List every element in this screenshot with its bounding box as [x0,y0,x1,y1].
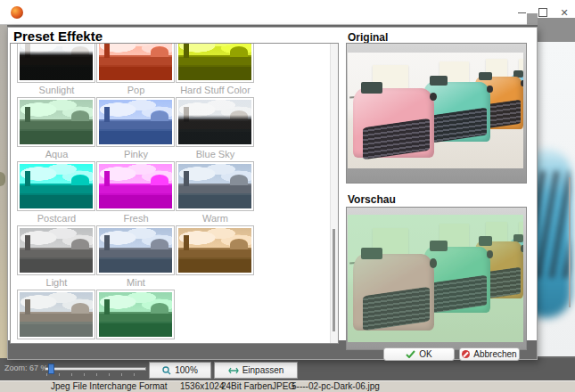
fit-arrows-icon [228,366,239,375]
preset-tint-overlay [178,43,251,80]
preset-scrollbar[interactable] [330,44,338,343]
preset-thumbnail[interactable] [17,43,95,83]
preset-thumbnail[interactable] [176,97,254,147]
preset-tint-overlay [20,292,93,337]
preset-label: Fresh [96,212,176,225]
ok-button[interactable]: OK [383,347,455,361]
preview-image [348,215,523,342]
status-dimensions: 1536x1024 [180,381,225,392]
preset-thumbnail[interactable] [96,97,175,147]
cancel-button[interactable]: Abbrechen [459,347,520,361]
preset-thumbnail[interactable] [96,161,175,211]
window-edge-decoration [527,13,538,25]
preset-label: Postcard [17,212,96,225]
app-logo-icon [11,6,23,19]
preset-tint-overlay [99,100,172,144]
close-icon: ✕ [560,8,568,18]
maximize-icon [538,8,547,17]
preset-row [17,43,255,83]
preset-tint-overlay [178,228,251,273]
canvas-peek [538,42,575,356]
background-editor-canvas [538,18,575,356]
zoom-slider-ticks [46,373,146,376]
preset-row [17,225,255,275]
bottom-toolbar: Zoom: 67 % 100% Einpassen [0,358,575,380]
preset-label-row: Postcard Fresh Warm [17,212,255,225]
preset-thumbnail[interactable] [96,290,175,339]
cancel-label: Abbrechen [473,349,516,359]
original-frame [346,43,527,184]
preset-label: Warm [176,212,255,225]
preset-label-row: Light Mint [17,276,255,290]
preset-label-row: Sunlight Pop Hard Stuff Color [17,84,255,97]
zoom-level-label: Zoom: 67 % [4,363,48,372]
preset-scrollbar-thumb[interactable] [333,229,335,331]
preset-tint-overlay [99,164,172,208]
preset-thumbnail[interactable] [17,97,95,147]
preset-grid: Sunlight Pop Hard Stuff Color Aqua Pinky… [17,43,255,340]
preset-row [17,97,255,147]
preset-tint-overlay [20,43,93,80]
fit-to-window-button[interactable]: Einpassen [214,362,298,379]
preset-thumbnail[interactable] [176,161,254,211]
preset-thumbnail[interactable] [176,43,254,83]
status-file-format: Jpeg File Interchange Format [51,381,168,392]
preset-label: Pop [96,84,176,97]
background-toolbar-strip [538,18,575,42]
preset-tint-overlay [178,100,251,144]
mint-effect-wash [348,215,523,342]
preset-list-panel: Sunlight Pop Hard Stuff Color Aqua Pinky… [10,43,339,344]
minimize-icon [518,12,526,13]
blurred-keys [538,171,570,278]
preset-thumbnail[interactable] [17,161,95,211]
preset-label: Pinky [96,148,176,161]
background-left-edge [0,25,7,358]
preset-thumbnail[interactable] [17,225,95,275]
status-color-depth: 24Bit Farben [221,381,272,392]
preview-frame [346,207,527,350]
preset-label: Aqua [17,148,96,161]
original-image [348,53,523,168]
preset-label: Mint [96,276,176,290]
preset-label-row: Aqua Pinky Blue Sky [17,148,255,161]
zoom-100-button[interactable]: 100% [149,362,211,379]
preset-thumbnail[interactable] [96,225,175,275]
preset-row [17,161,255,211]
preset-tint-overlay [20,100,93,144]
cancel-icon [462,350,470,358]
app-window: ✕ Zoom: 67 % 100% Einpassen Jpeg File In… [0,0,575,392]
preset-tint-overlay [20,164,93,208]
check-icon [406,350,415,358]
preset-effects-dialog: Preset Effekte Sunlight Pop Hard Stuff C… [7,27,538,360]
zoom-slider-thumb[interactable] [48,363,54,374]
original-label: Original [348,31,388,44]
preset-row [17,290,255,339]
preset-label: Sunlight [17,84,96,97]
left-edge-tab [0,172,5,186]
preset-tint-overlay [99,228,172,273]
preset-tint-overlay [178,164,251,208]
status-filename: 5----02-pc-Dark-06.jpg [292,381,380,392]
zoom-slider-track[interactable] [45,367,146,371]
preset-label: Light [17,276,96,290]
fit-label: Einpassen [242,365,284,375]
status-bar: Jpeg File Interchange Format 1536x1024 2… [0,380,575,392]
preset-tint-overlay [20,228,93,273]
titlebar: ✕ [0,0,575,25]
preset-thumbnail[interactable] [17,290,95,339]
zoom-100-label: 100% [175,365,198,375]
preset-thumbnail[interactable] [96,43,175,83]
pink-typewriter [353,88,434,158]
canvas-scrollbar[interactable] [569,177,571,307]
preset-tint-overlay [99,43,172,80]
preset-thumbnail[interactable] [176,225,254,275]
preset-label: Blue Sky [176,148,255,161]
preset-label: Hard Stuff Color [176,84,255,97]
dialog-title: Preset Effekte [13,29,103,44]
magnifier-icon [162,366,171,375]
preview-label: Vorschau [348,193,396,206]
ok-label: OK [419,349,431,359]
preset-tint-overlay [99,292,172,337]
